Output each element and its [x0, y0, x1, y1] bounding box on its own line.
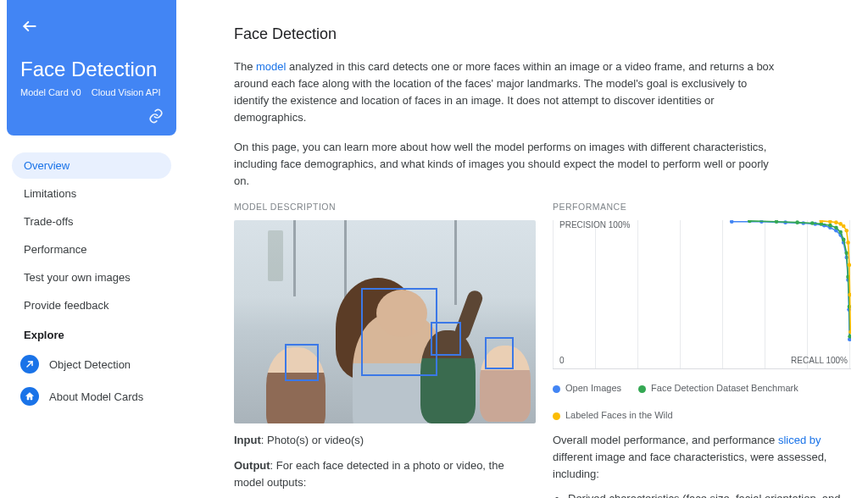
- svg-point-2: [730, 220, 734, 224]
- page-title: Face Detection: [234, 25, 851, 43]
- hero-card: Face Detection Model Card v0 Cloud Visio…: [7, 0, 176, 136]
- svg-point-16: [748, 220, 752, 223]
- svg-point-19: [810, 221, 815, 225]
- explore-label: Object Detection: [49, 358, 131, 371]
- performance-column: PERFORMANCE PRECISION 100% 0 RECALL 100%…: [553, 202, 851, 498]
- model-description-column: MODEL DESCRIPTION Input: Photo(s) or vid…: [234, 202, 536, 498]
- svg-point-24: [842, 238, 846, 242]
- svg-point-18: [795, 220, 799, 224]
- performance-body: Overall model performance, and performan…: [553, 432, 851, 498]
- main-content: Face Detection The model analyzed in thi…: [183, 0, 868, 498]
- model-link[interactable]: model: [256, 60, 286, 73]
- svg-line-1: [27, 362, 32, 367]
- sidebar: Face Detection Model Card v0 Cloud Visio…: [0, 0, 183, 498]
- svg-point-22: [834, 225, 838, 230]
- legend-item: Face Detection Dataset Benchmark: [638, 383, 798, 393]
- hero-subtitle: Model Card v0 Cloud Vision API: [20, 87, 163, 97]
- intro-section: The model analyzed in this card detects …: [234, 58, 851, 190]
- svg-point-17: [775, 220, 779, 224]
- legend-dot-icon: [638, 385, 646, 393]
- precision-recall-chart: PRECISION 100% 0 RECALL 100%: [553, 220, 851, 369]
- legend-dot-icon: [553, 385, 560, 393]
- svg-point-33: [842, 224, 846, 229]
- explore-object-detection[interactable]: Object Detection: [12, 348, 171, 380]
- nav-limitations[interactable]: Limitations: [12, 180, 171, 207]
- face-bounding-box: [431, 322, 461, 356]
- hero-title: Face Detection: [20, 58, 163, 82]
- svg-point-28: [848, 335, 851, 339]
- intro-p1: The model analyzed in this card detects …: [234, 58, 776, 127]
- explore-about-model-cards[interactable]: About Model Cards: [12, 380, 171, 412]
- explore-header: Explore: [12, 320, 171, 348]
- model-description-label: MODEL DESCRIPTION: [234, 202, 536, 212]
- svg-point-35: [846, 241, 850, 245]
- legend-dot-icon: [553, 412, 560, 420]
- svg-point-34: [844, 229, 849, 233]
- sliced-by-link[interactable]: sliced by: [778, 434, 821, 446]
- explore-label: About Model Cards: [49, 390, 143, 403]
- hero-subtitle-b: Cloud Vision API: [92, 87, 161, 97]
- home-icon: [20, 387, 39, 406]
- svg-point-21: [828, 224, 832, 228]
- svg-point-31: [834, 220, 838, 224]
- chart-legend: Open Images Face Detection Dataset Bench…: [553, 383, 851, 420]
- nav-feedback[interactable]: Provide feedback: [12, 292, 171, 318]
- svg-point-29: [820, 220, 824, 223]
- link-icon[interactable]: [147, 108, 164, 127]
- perf-bullet: Derived characteristics (face size, faci…: [568, 490, 851, 498]
- intro-p2: On this page, you can learn more about h…: [234, 139, 776, 190]
- nav-performance[interactable]: Performance: [12, 236, 171, 263]
- svg-point-36: [848, 263, 851, 267]
- performance-label: PERFORMANCE: [553, 202, 851, 212]
- nav-test-images[interactable]: Test your own images: [12, 264, 171, 290]
- hero-subtitle-a: Model Card v0: [20, 87, 81, 97]
- chart-canvas: [553, 220, 851, 369]
- nav-tradeoffs[interactable]: Trade-offs: [12, 208, 171, 235]
- face-bounding-box: [285, 344, 319, 381]
- nav-overview[interactable]: Overview: [12, 152, 171, 179]
- svg-point-23: [838, 230, 843, 235]
- legend-item: Open Images: [553, 383, 621, 393]
- face-bounding-box: [361, 288, 437, 376]
- side-nav: Overview Limitations Trade-offs Performa…: [7, 152, 176, 412]
- arrow-up-right-icon: [20, 355, 39, 374]
- model-io-description: Input: Photo(s) or video(s) Output: For …: [234, 432, 536, 498]
- example-photo: [234, 220, 536, 423]
- face-bounding-box: [485, 337, 514, 369]
- back-arrow-icon[interactable]: [20, 17, 39, 36]
- legend-item: Labeled Faces in the Wild: [553, 410, 673, 420]
- svg-point-30: [828, 220, 832, 224]
